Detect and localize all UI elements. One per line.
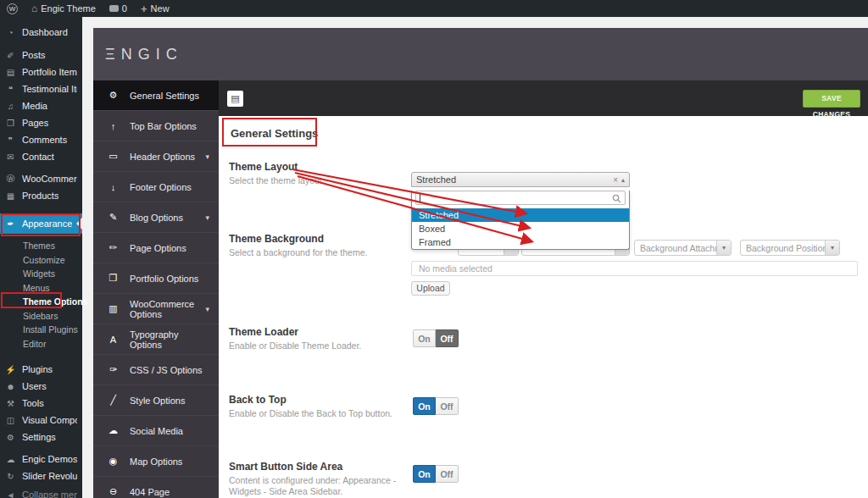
- submenu-item[interactable]: Widgets: [0, 267, 82, 281]
- comments-admin-bar[interactable]: 0: [103, 0, 134, 17]
- chevron-down-icon: ▾: [205, 305, 209, 313]
- theme-nav-item[interactable]: ✑ CSS / JS Options ▾: [93, 355, 219, 385]
- menu-item-label: Posts: [22, 50, 46, 60]
- menu-item-label: Testimonial Items: [22, 84, 77, 94]
- theme-nav-item[interactable]: ↓ Footer Options ▾: [93, 172, 219, 202]
- site-name-link[interactable]: ⌂ Engic Theme: [25, 0, 103, 17]
- theme-nav-label: CSS / JS Options: [130, 365, 203, 375]
- clear-icon[interactable]: ×: [609, 175, 621, 185]
- submenu-item[interactable]: Editor: [0, 337, 82, 351]
- theme-nav-item[interactable]: ❒ Portfolio Options ▾: [93, 263, 219, 294]
- background-media-input[interactable]: [411, 261, 858, 276]
- submenu-item[interactable]: Menus: [0, 281, 82, 296]
- admin-menu-item[interactable]: ☻ Users: [0, 378, 82, 395]
- theme-nav-label: Blog Options: [130, 213, 183, 223]
- menu-item-label: Settings: [22, 432, 56, 442]
- theme-nav-icon: ✑: [108, 364, 119, 375]
- save-changes-button[interactable]: SAVE CHANGES: [803, 90, 860, 108]
- theme-nav-label: Top Bar Options: [130, 121, 197, 131]
- toggle-off-button[interactable]: Off: [436, 329, 459, 347]
- menu-item-icon: ❝: [5, 85, 16, 94]
- menu-item-icon: ◔: [5, 28, 16, 37]
- menu-item-label: WooCommerce: [22, 174, 77, 184]
- admin-menu-item[interactable]: ▦ Products: [0, 187, 82, 204]
- theme-options-nav: ⚙ General Settings ▾ ↑ Top Bar Options ▾…: [93, 80, 219, 498]
- admin-menu-item[interactable]: ❝ Testimonial Items: [0, 80, 82, 97]
- smart-button-toggle: On Off: [413, 465, 459, 483]
- wordpress-menu[interactable]: W: [0, 0, 25, 17]
- wordpress-admin-page: W ⌂ Engic Theme 0 + New ◔ Dashboard: [0, 0, 868, 498]
- dropdown-search-input[interactable]: [415, 191, 626, 205]
- theme-nav-item[interactable]: ↑ Top Bar Options ▾: [93, 111, 219, 141]
- panel-toggle-button[interactable]: ▤: [227, 91, 243, 107]
- submenu-item[interactable]: Install Plugins: [0, 323, 82, 337]
- admin-menu-item[interactable]: ✐ Posts: [0, 47, 82, 64]
- theme-nav-item[interactable]: A Typography Options ▾: [93, 324, 219, 355]
- select-value: Background Position: [741, 243, 825, 253]
- theme-nav-item[interactable]: ✎ Blog Options ▾: [93, 202, 219, 233]
- admin-menu-item[interactable]: ❐ Pages: [0, 114, 82, 131]
- toggle-off-button[interactable]: Off: [436, 465, 459, 483]
- admin-menu-item[interactable]: ⚙ Settings: [0, 429, 82, 445]
- theme-nav-item[interactable]: ╱ Style Options ▾: [93, 385, 219, 416]
- menu-item-icon: ⚒: [5, 399, 16, 408]
- theme-nav-item[interactable]: ⊖ 404 Page ▾: [93, 477, 219, 498]
- upload-button[interactable]: Upload: [411, 281, 450, 296]
- theme-nav-label: Page Options: [130, 243, 186, 253]
- submenu-item[interactable]: Themes: [0, 239, 82, 253]
- theme-nav-item[interactable]: ▭ Header Options ▾: [93, 141, 219, 172]
- menu-item-label: Portfolio Items: [22, 67, 77, 77]
- dropdown-panel: Stretched Boxed Framed: [411, 191, 630, 250]
- background-attachment-select[interactable]: Background Attachment ▾: [634, 240, 732, 256]
- admin-menu-item[interactable]: ⚡ Plugins: [0, 361, 82, 378]
- comments-count: 0: [122, 3, 127, 14]
- theme-nav-item[interactable]: ▥ WooCommerce Options ▾: [93, 294, 219, 324]
- menu-item-label: Tools: [22, 398, 44, 408]
- plus-icon: +: [141, 3, 147, 15]
- select-value: Background Attachment: [635, 243, 716, 253]
- admin-menu-item[interactable]: ✉ Contact: [0, 148, 82, 165]
- theme-nav-icon: ↑: [108, 121, 119, 131]
- theme-nav-label: Footer Options: [130, 182, 192, 192]
- collapse-label: Collapse menu: [22, 490, 77, 498]
- theme-nav-label: Portfolio Options: [130, 274, 198, 284]
- active-menu-arrow: [70, 218, 82, 230]
- dropdown-options: Stretched Boxed Framed: [412, 208, 629, 249]
- admin-menu-item[interactable]: ☁ Engic Demos: [0, 451, 82, 468]
- toggle-on-button[interactable]: On: [413, 329, 436, 347]
- submenu-item[interactable]: Sidebars: [0, 309, 82, 324]
- menu-group-content: ✐ Posts ▤ Portfolio Items ❝ Testimonial …: [0, 47, 82, 165]
- admin-menu-item[interactable]: ◫ Visual Composer: [0, 412, 82, 429]
- admin-menu-item[interactable]: ❞ Comments: [0, 131, 82, 148]
- admin-sidebar: ◔ Dashboard ✐ Posts ▤ Portfolio Items ❝: [0, 17, 82, 498]
- options-toolbar: ▤ SAVE CHANGES: [219, 80, 868, 116]
- theme-nav-item[interactable]: ⚙ General Settings ▾: [93, 80, 219, 111]
- submenu-item[interactable]: Theme Options: [0, 295, 82, 309]
- toggle-on-button[interactable]: On: [413, 397, 436, 415]
- admin-menu-item[interactable]: ⓦ WooCommerce: [0, 170, 82, 187]
- dropdown-option[interactable]: Boxed: [412, 222, 629, 235]
- admin-menu-item[interactable]: ▤ Portfolio Items: [0, 64, 82, 80]
- new-content-menu[interactable]: + New: [134, 0, 176, 17]
- collapse-menu-button[interactable]: ◄ Collapse menu: [0, 486, 82, 498]
- toggle-off-button[interactable]: Off: [436, 397, 459, 415]
- admin-menu-item[interactable]: ⚒ Tools: [0, 395, 82, 412]
- comments-icon: [109, 5, 119, 12]
- dropdown-selected[interactable]: Stretched × ▴: [411, 172, 630, 187]
- theme-nav-item[interactable]: ✏ Page Options ▾: [93, 233, 219, 263]
- smart-button-label: Smart Button Side Area: [229, 461, 409, 473]
- admin-menu-item[interactable]: ↻ Slider Revolution: [0, 468, 82, 484]
- menu-item-label: Users: [22, 381, 47, 391]
- theme-background-desc: Select a background for the theme.: [229, 247, 409, 258]
- admin-menu-item[interactable]: ♫ Media: [0, 97, 82, 114]
- theme-nav-item[interactable]: ◉ Map Options ▾: [93, 446, 219, 477]
- dropdown-option[interactable]: Stretched: [412, 208, 629, 222]
- theme-nav-icon: ✏: [108, 242, 119, 253]
- dropdown-option[interactable]: Framed: [412, 235, 629, 249]
- theme-nav-item[interactable]: ☁ Social Media ▾: [93, 416, 219, 446]
- background-position-select[interactable]: Background Position ▾: [740, 240, 840, 256]
- admin-menu-item[interactable]: ◔ Dashboard: [0, 24, 82, 41]
- submenu-item[interactable]: Customize: [0, 253, 82, 268]
- sidebar-item-appearance[interactable]: ✒ Appearance: [0, 213, 82, 234]
- toggle-on-button[interactable]: On: [413, 465, 436, 483]
